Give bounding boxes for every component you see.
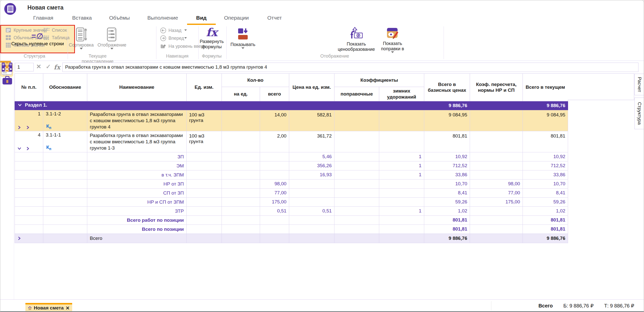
cell-coef-corr[interactable] (334, 179, 379, 188)
col-header-num[interactable]: № п.п. (15, 74, 43, 101)
chevron-down-icon[interactable] (17, 146, 22, 151)
cell-total-current[interactable]: 10,92 (523, 152, 568, 161)
col-header-justification[interactable]: Обоснование (43, 74, 87, 101)
cell-total-current[interactable]: 9 084,95 (523, 110, 568, 131)
cell-price[interactable]: 356,26 (289, 161, 334, 170)
cell-qty-per[interactable] (222, 179, 260, 188)
col-header-corrective[interactable]: поправочные (334, 87, 379, 101)
cell-unit[interactable] (187, 225, 222, 234)
cell-code[interactable] (43, 206, 87, 215)
cell-coef-recalc[interactable] (470, 234, 523, 243)
cell-qty-total[interactable] (260, 152, 289, 161)
estimate-row[interactable]: Всего по позиции801,81801,81 (15, 225, 568, 234)
cell-qty-per[interactable] (222, 206, 260, 215)
table-view-button[interactable]: Таблица (44, 34, 70, 41)
cell-total-current[interactable]: 801,81 (523, 215, 568, 225)
estimate-row[interactable]: ЗП5,46110,9210,92 (15, 152, 568, 161)
col-header-qty-per[interactable]: на ед. (222, 87, 260, 101)
large-icons-button[interactable]: Крупные значки (5, 27, 47, 33)
cell-coef-recalc[interactable]: 98,00 (470, 179, 523, 188)
cell-unit[interactable]: 100 м3 грунта (187, 110, 222, 131)
cell-total-base[interactable]: 9 886,76 (424, 101, 470, 110)
tab-obyomy[interactable]: Объёмы (109, 15, 130, 23)
cell-price[interactable]: 16,93 (289, 170, 334, 179)
chevron-down-icon[interactable] (17, 103, 22, 108)
small-icons-button[interactable]: Мелкие значки (5, 42, 45, 49)
kp-coefficient-badge[interactable]: Кп (46, 123, 51, 130)
cell-code[interactable] (43, 179, 87, 188)
cell-total-current[interactable]: 9 886,76 (523, 101, 568, 110)
cell-total-base[interactable]: 8,41 (424, 188, 470, 197)
col-header-qty-total[interactable]: всего (260, 87, 289, 101)
cell-price[interactable]: 5,46 (289, 152, 334, 161)
col-header-name[interactable]: Наименование (87, 74, 187, 101)
cell-code[interactable] (43, 170, 87, 179)
cell-num[interactable]: 4 (15, 131, 43, 152)
cell-qty-total[interactable] (260, 215, 289, 225)
display-button[interactable]: * Отображение (100, 27, 124, 50)
cell-name[interactable]: ЗП (87, 152, 187, 161)
cell-qty-total[interactable]: 2,00 (260, 131, 289, 152)
cell-name[interactable]: НР от ЗП (87, 179, 187, 188)
chevron-right-icon[interactable] (17, 236, 22, 241)
cell-code[interactable]: 3.1-1-1Кп (43, 131, 87, 152)
list-view-button[interactable]: Список (44, 27, 67, 33)
estimate-row[interactable]: ЭМ356,261712,52712,52 (15, 161, 568, 170)
cell-coef-recalc[interactable]: 77,00 (470, 188, 523, 197)
cell-reference-input[interactable]: 1 (15, 63, 34, 71)
cell-coef-corr[interactable] (334, 188, 379, 197)
cell-price[interactable]: 361,72 (289, 131, 334, 152)
chevron-right-icon[interactable] (25, 125, 30, 130)
cell-coef-recalc[interactable] (470, 131, 523, 152)
formula-input[interactable]: Разработка грунта в отвал экскаваторами … (62, 63, 638, 72)
cell-total-base[interactable]: 9 084,95 (424, 110, 470, 131)
cell-code[interactable] (43, 161, 87, 170)
show-pricing-button[interactable]: ₽ Показать ценообразование (335, 27, 378, 52)
cell-qty-per[interactable] (222, 225, 260, 234)
cell-qty-per[interactable] (222, 170, 260, 179)
cell-coef-winter[interactable]: 1 (379, 170, 424, 179)
tab-vstavka[interactable]: Вставка (72, 15, 92, 23)
cell-total-base[interactable]: 9 886,76 (424, 234, 470, 243)
cell-coef-recalc[interactable] (470, 170, 523, 179)
cell-qty-total[interactable] (260, 234, 289, 243)
cell-name[interactable]: НР и СП от ЗПМ (87, 197, 187, 206)
side-tab-structure[interactable]: Структура (634, 98, 644, 129)
cell-total-current[interactable]: 801,81 (523, 131, 568, 152)
estimate-row[interactable]: НР и СП от ЗПМ175,0059,26175,0059,26 (15, 197, 568, 206)
cell-price[interactable] (289, 234, 334, 243)
cell-coef-corr[interactable] (334, 170, 379, 179)
cell-coef-recalc[interactable] (470, 152, 523, 161)
side-tab-calc[interactable]: Расчет (634, 74, 644, 95)
cell-unit[interactable] (187, 234, 222, 243)
cell-coef-winter[interactable] (379, 131, 424, 152)
cell-coef-recalc[interactable] (470, 225, 523, 234)
cell-num[interactable] (15, 161, 43, 170)
cell-coef-corr[interactable] (334, 215, 379, 225)
cell-code[interactable] (43, 225, 87, 234)
show-amendments-button[interactable]: Показать поправки в (375, 27, 410, 53)
estimates-binders-icon[interactable] (2, 62, 13, 72)
estimate-row[interactable]: Всего работ по позиции801,81801,81 (15, 215, 568, 225)
cell-coef-corr[interactable] (334, 131, 379, 152)
cell-qty-per[interactable] (222, 188, 260, 197)
cell-num[interactable] (15, 197, 43, 206)
cell-unit[interactable] (187, 206, 222, 215)
cell-qty-total[interactable] (260, 170, 289, 179)
col-header-total-current[interactable]: Всего в текущем (523, 74, 568, 101)
tab-vid[interactable]: Вид (196, 15, 206, 23)
cell-qty-per[interactable] (222, 197, 260, 206)
grand-total-row[interactable]: Всего9 886,769 886,76 (15, 234, 568, 243)
tab-otchet[interactable]: Отчет (267, 15, 282, 23)
col-header-qty[interactable]: Кол-во (222, 74, 289, 87)
cell-coef-recalc[interactable]: 175,00 (470, 197, 523, 206)
cell-coef-winter[interactable] (379, 234, 424, 243)
col-header-winter[interactable]: зимних удорожаний (379, 87, 424, 101)
back-button[interactable]: Назад (160, 27, 182, 34)
cell-price[interactable] (289, 188, 334, 197)
expand-formulas-button[interactable]: fx Развернуть формулы (197, 27, 227, 49)
col-header-total-base[interactable]: Всего в базисных ценах (424, 74, 470, 101)
cell-qty-total[interactable]: 0,51 (260, 206, 289, 215)
cell-num[interactable]: 1 (15, 110, 43, 131)
estimate-row[interactable]: СП от ЗП77,008,4177,008,41 (15, 188, 568, 197)
